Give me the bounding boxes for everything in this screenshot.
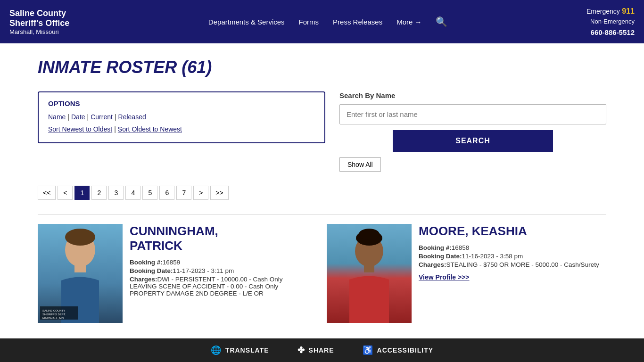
- nav-departments[interactable]: Departments & Services: [208, 18, 285, 26]
- page-7[interactable]: 7: [176, 186, 191, 200]
- site-header: Saline County Sheriff's Office Marshall,…: [0, 0, 644, 43]
- sort-newest[interactable]: Sort Newest to Oldest: [48, 125, 112, 133]
- non-emergency-label: Non-Emergency: [586, 17, 635, 27]
- charges-cunningham: Charges:DWI - PERSISTENT - 10000.00 - Ca…: [130, 276, 317, 297]
- booking-date-moore: Booking Date:11-16-2023 - 3:58 pm: [419, 253, 606, 260]
- nav-forms[interactable]: Forms: [299, 18, 319, 26]
- page-first[interactable]: <<: [38, 186, 56, 200]
- section-divider: [38, 214, 606, 214]
- page-last[interactable]: >>: [210, 186, 228, 200]
- search-input[interactable]: [339, 104, 606, 124]
- svg-rect-12: [364, 265, 374, 272]
- sort-links: Sort Newest to Oldest | Sort Oldest to N…: [48, 125, 315, 133]
- inmate-name-cunningham: CUNNINGHAM,PATRICK: [130, 224, 317, 253]
- svg-point-11: [359, 229, 380, 240]
- filter-date[interactable]: Date: [71, 113, 85, 121]
- booking-num-moore: Booking #:16858: [419, 244, 606, 251]
- inmate-card-cunningham: SALINE COUNTY SHERIFF'S DEPT. MARSHALL, …: [38, 224, 317, 323]
- page-next[interactable]: >: [193, 186, 208, 200]
- svg-text:SHERIFF'S DEPT.: SHERIFF'S DEPT.: [42, 313, 66, 316]
- emergency-info: Emergency 911 Non-Emergency 660-886-5512: [586, 5, 635, 38]
- show-all-button[interactable]: Show All: [339, 157, 381, 172]
- filter-name[interactable]: Name: [48, 113, 66, 121]
- nav-more[interactable]: More →: [396, 18, 421, 26]
- page-2[interactable]: 2: [91, 186, 107, 200]
- search-button[interactable]: SEARCH: [393, 130, 553, 152]
- emergency-911: 911: [622, 7, 635, 15]
- inmate-name-moore: MOORE, KEASHIA: [419, 224, 606, 239]
- svg-text:SALINE COUNTY: SALINE COUNTY: [42, 309, 65, 312]
- org-name-line1: Saline County: [9, 8, 69, 18]
- options-search-row: OPTIONS Name | Date | Current | Released…: [38, 91, 606, 172]
- page-prev[interactable]: <: [58, 186, 73, 200]
- sort-oldest[interactable]: Sort Oldest to Newest: [118, 125, 182, 133]
- svg-rect-3: [74, 264, 86, 272]
- page-5[interactable]: 5: [142, 186, 157, 200]
- options-box: OPTIONS Name | Date | Current | Released…: [38, 91, 325, 143]
- org-name-line2: Sheriff's Office: [9, 18, 69, 28]
- pagination: << < 1 2 3 4 5 6 7 > >>: [38, 186, 606, 200]
- inmate-cards-row: SALINE COUNTY SHERIFF'S DEPT. MARSHALL, …: [38, 224, 606, 323]
- booking-date-cunningham: Booking Date:11-17-2023 - 3:11 pm: [130, 267, 317, 274]
- page-1[interactable]: 1: [74, 186, 90, 200]
- filter-released[interactable]: Released: [118, 113, 146, 121]
- moore-photo-svg: [327, 224, 412, 323]
- brand: Saline County Sheriff's Office Marshall,…: [9, 8, 69, 35]
- inmate-info-moore: MOORE, KEASHIA Booking #:16858 Booking D…: [419, 224, 606, 281]
- non-emergency-number: 660-886-5512: [586, 27, 635, 38]
- inmate-photo-moore: [327, 224, 412, 323]
- svg-point-2: [65, 229, 95, 246]
- search-icon[interactable]: 🔍: [436, 16, 447, 27]
- page-title: INMATE ROSTER (61): [38, 58, 606, 77]
- filter-current[interactable]: Current: [91, 113, 113, 121]
- charges-moore: Charges:STEALING - $750 OR MORE - 5000.0…: [419, 261, 606, 268]
- options-filter-links: Name | Date | Current | Released: [48, 113, 315, 121]
- options-title: OPTIONS: [48, 99, 315, 107]
- nav-press-releases[interactable]: Press Releases: [333, 18, 382, 26]
- inmate-card-moore: MOORE, KEASHIA Booking #:16858 Booking D…: [327, 224, 606, 323]
- page-4[interactable]: 4: [125, 186, 140, 200]
- inmate-photo-cunningham: SALINE COUNTY SHERIFF'S DEPT. MARSHALL, …: [38, 224, 123, 323]
- page-6[interactable]: 6: [159, 186, 174, 200]
- emergency-label: Emergency: [586, 8, 620, 15]
- inmate-info-cunningham: CUNNINGHAM,PATRICK Booking #:16859 Booki…: [130, 224, 317, 298]
- booking-num-cunningham: Booking #:16859: [130, 259, 317, 266]
- svg-text:MARSHALL, MO: MARSHALL, MO: [42, 317, 64, 320]
- org-location: Marshall, Missouri: [9, 28, 69, 35]
- search-section: Search By Name SEARCH Show All: [339, 91, 606, 172]
- view-profile-moore[interactable]: View Profile >>>: [419, 273, 470, 281]
- main-nav: Departments & Services Forms Press Relea…: [208, 16, 448, 27]
- cunningham-photo-svg: SALINE COUNTY SHERIFF'S DEPT. MARSHALL, …: [38, 224, 123, 323]
- main-content: INMATE ROSTER (61) OPTIONS Name | Date |…: [0, 43, 644, 337]
- search-by-label: Search By Name: [339, 91, 606, 99]
- page-3[interactable]: 3: [108, 186, 124, 200]
